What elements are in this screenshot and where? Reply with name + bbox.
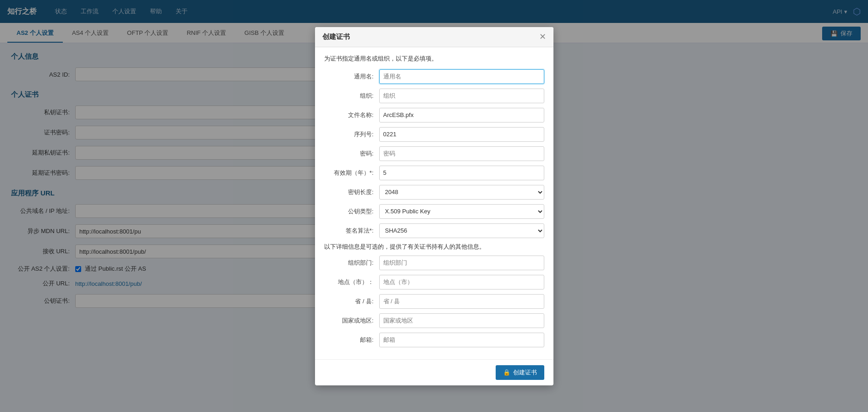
serial-label: 序列号:: [324, 130, 379, 139]
state-row: 省 / 县:: [324, 294, 544, 309]
city-input[interactable]: [379, 275, 544, 290]
modal-description: 为证书指定通用名或组织，以下是必填项。: [324, 55, 544, 63]
sign-algorithm-label: 签名算法*:: [324, 227, 379, 235]
modal-overlay: 创建证书 ✕ 为证书指定通用名或组织，以下是必填项。 通用名: 组织: 文件名称…: [0, 0, 868, 412]
filename-row: 文件名称:: [324, 108, 544, 122]
create-cert-modal: 创建证书 ✕ 为证书指定通用名或组织，以下是必填项。 通用名: 组织: 文件名称…: [315, 27, 553, 385]
validity-label: 有效期（年）*:: [324, 169, 379, 177]
public-key-type-row: 公钥类型: X.509 Public Key: [324, 204, 544, 219]
filename-input[interactable]: [379, 108, 544, 122]
country-row: 国家或地区:: [324, 313, 544, 328]
key-length-label: 密钥长度:: [324, 188, 379, 196]
org-unit-label: 组织部门:: [324, 259, 379, 267]
sign-algorithm-row: 签名算法*: SHA256 SHA512 MD5: [324, 223, 544, 238]
organization-label: 组织:: [324, 92, 379, 100]
validity-input[interactable]: [379, 166, 544, 180]
organization-row: 组织:: [324, 89, 544, 103]
common-name-row: 通用名:: [324, 69, 544, 84]
password-input[interactable]: [379, 146, 544, 161]
state-label: 省 / 县:: [324, 297, 379, 306]
password-row: 密码:: [324, 146, 544, 161]
serial-input[interactable]: [379, 127, 544, 142]
validity-row: 有效期（年）*:: [324, 166, 544, 180]
modal-footer: 🔒 创建证书: [315, 359, 553, 385]
city-row: 地点（市）：: [324, 275, 544, 290]
lock-icon: 🔒: [503, 369, 510, 376]
organization-input[interactable]: [379, 89, 544, 103]
key-length-row: 密钥长度: 1024 2048 4096: [324, 185, 544, 200]
modal-close-button[interactable]: ✕: [539, 33, 546, 41]
country-input[interactable]: [379, 313, 544, 328]
modal-header: 创建证书 ✕: [315, 27, 553, 47]
modal-body: 为证书指定通用名或组织，以下是必填项。 通用名: 组织: 文件名称: 序列号: …: [315, 47, 553, 359]
state-input[interactable]: [379, 294, 544, 309]
city-label: 地点（市）：: [324, 278, 379, 286]
public-key-type-select[interactable]: X.509 Public Key: [379, 204, 544, 219]
public-key-type-label: 公钥类型:: [324, 207, 379, 216]
optional-section-desc: 以下详细信息是可选的，提供了有关证书持有人的其他信息。: [324, 243, 544, 251]
modal-title: 创建证书: [322, 33, 350, 41]
country-label: 国家或地区:: [324, 317, 379, 325]
filename-label: 文件名称:: [324, 111, 379, 119]
common-name-input[interactable]: [379, 69, 544, 84]
create-cert-button[interactable]: 🔒 创建证书: [496, 365, 544, 380]
org-unit-row: 组织部门:: [324, 256, 544, 270]
org-unit-input[interactable]: [379, 256, 544, 270]
password-label: 密码:: [324, 150, 379, 158]
email-row: 邮箱:: [324, 333, 544, 347]
serial-row: 序列号:: [324, 127, 544, 142]
sign-algorithm-select[interactable]: SHA256 SHA512 MD5: [379, 223, 544, 238]
key-length-select[interactable]: 1024 2048 4096: [379, 185, 544, 200]
common-name-label: 通用名:: [324, 72, 379, 81]
email-label: 邮箱:: [324, 336, 379, 344]
email-input[interactable]: [379, 333, 544, 347]
